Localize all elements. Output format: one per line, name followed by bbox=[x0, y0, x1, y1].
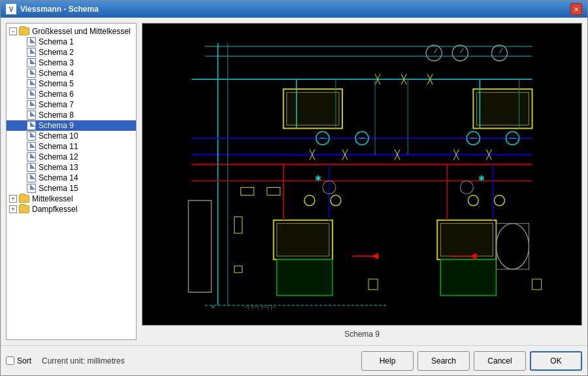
tree-label-schema14: Schema 14 bbox=[39, 173, 78, 182]
doc-icon-schema2 bbox=[27, 48, 36, 57]
sort-label: Sort bbox=[17, 356, 31, 366]
tree-item-schema1[interactable]: Schema 1 bbox=[7, 37, 136, 47]
title-bar-left: V Viessmann - Schema bbox=[6, 4, 99, 14]
doc-icon-schema11 bbox=[27, 142, 36, 151]
doc-icon-schema6 bbox=[27, 90, 36, 99]
tree-label-schema9: Schema 9 bbox=[39, 121, 74, 130]
doc-icon-schema5 bbox=[27, 79, 36, 88]
schema-diagram: ⊕ ─┤├─┤├─┤├─ ✱ ✱ bbox=[142, 24, 581, 325]
tree-group-label-dampfkessel: Dampfkessel bbox=[32, 205, 77, 214]
help-button[interactable]: Help bbox=[361, 351, 414, 371]
tree-label-schema2: Schema 2 bbox=[39, 48, 74, 57]
preview-label: Schema 9 bbox=[142, 328, 582, 340]
doc-icon-schema7 bbox=[27, 100, 36, 109]
leaf-schema1 bbox=[17, 38, 25, 46]
action-buttons: Help Search Cancel OK bbox=[361, 351, 582, 371]
tree-item-schema12[interactable]: Schema 12 bbox=[7, 152, 136, 162]
folder-icon-mittelkessel bbox=[19, 195, 29, 203]
preview-canvas: ⊕ ─┤├─┤├─┤├─ ✱ ✱ bbox=[142, 23, 582, 326]
svg-rect-9 bbox=[287, 92, 339, 125]
tree-item-schema4[interactable]: Schema 4 bbox=[7, 68, 136, 78]
folder-icon-grosskessel bbox=[19, 27, 29, 35]
app-icon: V bbox=[6, 4, 16, 14]
doc-icon-schema14 bbox=[27, 173, 36, 182]
tree-group-label-grosskessel: Großkessel und Mittelkessel bbox=[32, 27, 131, 36]
ok-button[interactable]: OK bbox=[530, 351, 582, 371]
tree-item-schema10[interactable]: Schema 10 bbox=[7, 131, 136, 141]
tree-item-schema5[interactable]: Schema 5 bbox=[7, 78, 136, 89]
preview-panel: ⊕ ─┤├─┤├─┤├─ ✱ ✱ bbox=[142, 23, 582, 340]
doc-icon-schema9 bbox=[27, 121, 36, 130]
tree-label-schema13: Schema 13 bbox=[39, 163, 78, 172]
tree-item-schema11[interactable]: Schema 11 bbox=[7, 141, 136, 152]
doc-icon-schema1 bbox=[27, 37, 36, 46]
tree-item-schema14[interactable]: Schema 14 bbox=[7, 173, 136, 183]
close-button[interactable]: ✕ bbox=[570, 3, 582, 15]
tree-group-dampfkessel[interactable]: Dampfkessel bbox=[7, 204, 136, 214]
doc-icon-schema4 bbox=[27, 69, 36, 78]
bottom-bar: Sort Current unit: millimetres Help Sear… bbox=[1, 345, 587, 375]
unit-label: Current unit: millimetres bbox=[37, 356, 356, 366]
title-controls: ✕ bbox=[570, 3, 582, 15]
tree-label-schema7: Schema 7 bbox=[39, 100, 74, 109]
tree-label-schema3: Schema 3 bbox=[39, 58, 74, 67]
tree-item-schema9[interactable]: Schema 9 bbox=[7, 120, 136, 131]
title-bar: V Viessmann - Schema ✕ bbox=[1, 1, 587, 18]
tree-item-schema15[interactable]: Schema 15 bbox=[7, 183, 136, 194]
tree-label-schema15: Schema 15 bbox=[39, 184, 78, 193]
tree-label-schema5: Schema 5 bbox=[39, 79, 74, 88]
tree-label-schema6: Schema 6 bbox=[39, 90, 74, 99]
tree-item-schema8[interactable]: Schema 8 bbox=[7, 110, 136, 120]
tree-group-mittelkessel[interactable]: Mittelkessel bbox=[7, 194, 136, 204]
main-content: Großkessel und Mittelkessel Schema 1 Sch… bbox=[1, 18, 587, 345]
expander-mittelkessel[interactable] bbox=[9, 195, 17, 203]
tree-group-label-mittelkessel: Mittelkessel bbox=[32, 194, 73, 203]
tree-label-schema1: Schema 1 bbox=[39, 37, 74, 46]
tree-label-schema12: Schema 12 bbox=[39, 152, 78, 162]
svg-text:✱: ✱ bbox=[315, 174, 321, 183]
tree-group-grosskessel[interactable]: Großkessel und Mittelkessel bbox=[7, 26, 136, 37]
svg-text:✱: ✱ bbox=[478, 174, 485, 183]
expander-grosskessel[interactable] bbox=[9, 27, 17, 35]
doc-icon-schema3 bbox=[27, 58, 36, 67]
svg-rect-16 bbox=[277, 260, 333, 296]
window-title: Viessmann - Schema bbox=[20, 5, 99, 14]
main-window: V Viessmann - Schema ✕ Großkessel und Mi… bbox=[0, 0, 588, 376]
doc-icon-schema15 bbox=[27, 184, 36, 193]
svg-rect-15 bbox=[440, 224, 493, 256]
search-button[interactable]: Search bbox=[417, 351, 470, 371]
doc-icon-schema10 bbox=[27, 131, 36, 141]
doc-icon-schema13 bbox=[27, 163, 36, 172]
tree-item-schema13[interactable]: Schema 13 bbox=[7, 162, 136, 173]
doc-icon-schema12 bbox=[27, 152, 36, 162]
tree-panel[interactable]: Großkessel und Mittelkessel Schema 1 Sch… bbox=[6, 23, 137, 340]
expander-dampfkessel[interactable] bbox=[9, 205, 17, 213]
tree-label-schema4: Schema 4 bbox=[39, 69, 74, 78]
svg-text:⊕: ⊕ bbox=[212, 304, 215, 310]
tree-item-schema3[interactable]: Schema 3 bbox=[7, 58, 136, 68]
tree-item-schema2[interactable]: Schema 2 bbox=[7, 47, 136, 58]
svg-rect-13 bbox=[277, 224, 329, 256]
sort-checkbox[interactable] bbox=[6, 356, 14, 365]
doc-icon-schema8 bbox=[27, 111, 36, 120]
folder-icon-dampfkessel bbox=[19, 205, 29, 213]
tree-item-schema7[interactable]: Schema 7 bbox=[7, 99, 136, 110]
svg-rect-17 bbox=[440, 260, 496, 296]
tree-item-schema6[interactable]: Schema 6 bbox=[7, 89, 136, 99]
svg-rect-11 bbox=[476, 92, 529, 125]
cancel-button[interactable]: Cancel bbox=[474, 351, 526, 371]
sort-section: Sort bbox=[6, 356, 31, 366]
tree-label-schema11: Schema 11 bbox=[39, 142, 78, 151]
tree-label-schema8: Schema 8 bbox=[39, 111, 74, 120]
tree-label-schema10: Schema 10 bbox=[39, 131, 78, 141]
